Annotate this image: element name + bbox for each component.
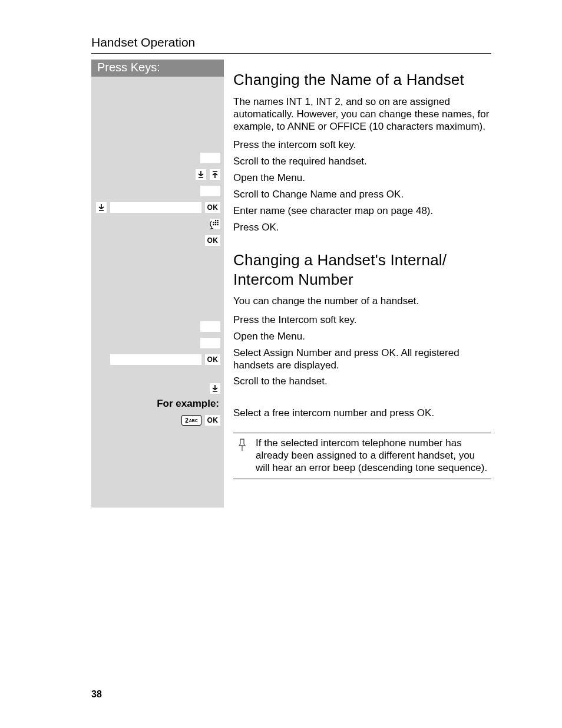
display-blank-icon [110, 202, 201, 213]
key-row: OK [91, 199, 224, 216]
arrow-down-icon [96, 202, 107, 213]
keypad-icon [210, 219, 220, 229]
instruction-step: Press the intercom soft key. [233, 139, 491, 155]
press-keys-sidebar: Press Keys: [91, 60, 224, 508]
ok-key-icon: OK [205, 202, 220, 213]
instruction-step: Select a free intercom number and press … [233, 407, 491, 423]
for-example-label: For example: [157, 398, 220, 410]
instruction-step: Enter name (see character map on page 48… [233, 205, 491, 221]
svg-rect-2 [213, 222, 214, 223]
key-row [91, 150, 224, 166]
key-row: 2ABC OK [91, 411, 224, 429]
ok-key-icon: OK [205, 415, 220, 426]
main-content: Changing the Name of a Handset The names… [224, 60, 491, 479]
pushpin-icon [236, 437, 249, 475]
softkey-blank-icon [200, 338, 220, 348]
ok-key-icon: OK [205, 354, 220, 365]
svg-rect-6 [215, 224, 216, 225]
svg-rect-4 [217, 222, 219, 223]
svg-rect-0 [215, 220, 216, 221]
svg-rect-7 [217, 224, 219, 225]
example-label-row: For example: [91, 396, 224, 411]
arrow-down-icon [196, 169, 206, 180]
key-2abc-icon: 2ABC [181, 415, 201, 426]
intro-paragraph: You can change the number of a handset. [233, 295, 491, 307]
display-blank-icon [110, 354, 201, 365]
svg-rect-1 [217, 220, 219, 221]
instruction-step: Press the Intercom soft key. [233, 314, 491, 330]
key-row [91, 166, 224, 183]
instruction-step: Scroll to the handset. [233, 375, 491, 391]
instruction-step: Scroll to the required handset. [233, 155, 491, 172]
instruction-step: Open the Menu. [233, 330, 491, 347]
softkey-blank-icon [200, 321, 220, 332]
intro-paragraph: The names INT 1, INT 2, and so on are as… [233, 95, 491, 133]
running-head: Handset Operation [91, 35, 491, 54]
heading-change-number: Changing a Handset's Internal/ Intercom … [233, 251, 491, 289]
sidebar-title: Press Keys: [91, 60, 224, 77]
svg-rect-5 [213, 224, 214, 225]
softkey-blank-icon [200, 186, 220, 196]
instruction-step: Scroll to Change Name and press OK. [233, 188, 491, 205]
ok-key-icon: OK [205, 235, 220, 246]
instruction-step: Select Assign Number and press OK. All r… [233, 347, 491, 375]
note-box: If the selected intercom telephone numbe… [233, 433, 491, 480]
key-row [91, 381, 224, 396]
key-row [91, 318, 224, 335]
note-text: If the selected intercom telephone numbe… [256, 437, 489, 475]
arrow-down-icon [210, 383, 220, 394]
softkey-blank-icon [200, 153, 220, 163]
key-row [91, 216, 224, 232]
instruction-step: Open the Menu. [233, 172, 491, 188]
heading-change-name: Changing the Name of a Handset [233, 70, 491, 90]
instruction-step: Press OK. [233, 221, 491, 238]
svg-rect-3 [215, 222, 216, 223]
key-row: OK [91, 232, 224, 249]
key-row [91, 335, 224, 351]
arrow-up-icon [210, 169, 220, 180]
key-row: OK [91, 351, 224, 368]
key-row [91, 183, 224, 199]
page-number: 38 [91, 689, 102, 700]
two-column-layout: Press Keys: [91, 60, 491, 508]
